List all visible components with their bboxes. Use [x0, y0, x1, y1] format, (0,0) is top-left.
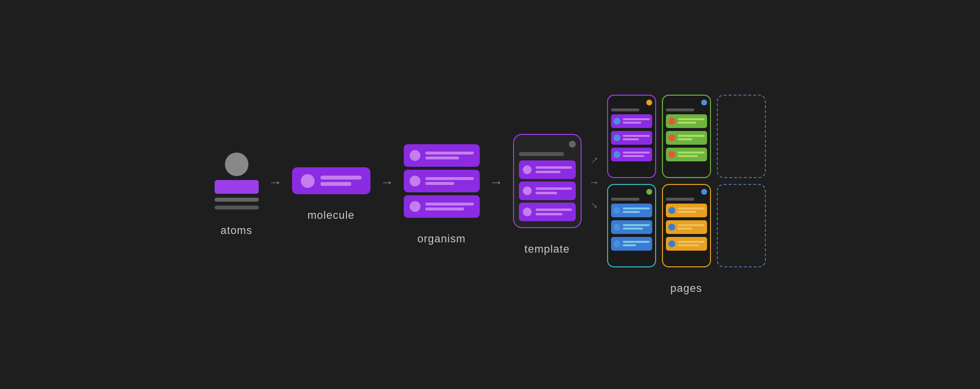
tmpl-row-1	[519, 160, 576, 179]
pages-label: pages	[670, 282, 702, 295]
page-4-top-bar	[611, 189, 652, 195]
page-1-row-1	[611, 114, 652, 128]
page-2-line-2a	[678, 135, 705, 137]
page-5-top-bar	[666, 189, 707, 195]
page-1-line-3b	[623, 155, 644, 157]
tmpl-row-3	[519, 203, 576, 221]
page-5-line-3a	[678, 241, 705, 243]
org-circle-1	[410, 150, 420, 161]
page-2-row-1	[666, 114, 707, 128]
atoms-label: atoms	[220, 224, 252, 237]
page-5-line-2b	[678, 228, 692, 230]
org-row-2	[404, 170, 480, 192]
tmpl-header-line	[519, 152, 564, 156]
page-4-avatar-2	[613, 224, 620, 231]
atoms-visual	[215, 153, 259, 209]
page-4-line-3a	[623, 241, 650, 243]
page-4-line-1b	[623, 211, 640, 213]
tmpl-top-bar	[519, 141, 576, 148]
page-2-line-2b	[678, 138, 692, 140]
tmpl-row-2	[519, 182, 576, 200]
tmpl-dot	[569, 141, 576, 148]
page-4-row-3	[611, 237, 652, 251]
page-1-row-3	[611, 148, 652, 161]
org-lines-3	[425, 203, 474, 210]
page-2-lines-1	[678, 118, 705, 124]
page-1-avatar-2	[613, 134, 620, 141]
page-4-row-2	[611, 220, 652, 234]
page-4-avatar-1	[613, 207, 620, 214]
stage-atoms: atoms	[215, 153, 259, 237]
page-2-line-1b	[678, 122, 697, 124]
arrow-mid-icon: →	[589, 176, 600, 189]
page-5-avatar-3	[668, 240, 675, 247]
page-4-header	[611, 198, 640, 201]
page-4-lines-1	[623, 207, 650, 213]
page-1-header	[611, 108, 640, 111]
page-2-header	[666, 108, 695, 111]
atom-line2	[215, 206, 259, 209]
page-5-line-2a	[678, 224, 705, 226]
page-4-avatar-3	[613, 240, 620, 247]
tmpl-lines-3	[536, 208, 572, 215]
page-1-top-bar	[611, 100, 652, 105]
org-line-2b	[425, 182, 454, 185]
page-5-lines-1	[678, 207, 705, 213]
page-2-dot	[701, 100, 707, 105]
tmpl-circle-3	[523, 207, 532, 216]
page-2-line-3a	[678, 152, 705, 154]
arrow-1: →	[269, 176, 282, 214]
page-3	[717, 95, 766, 178]
page-5-line-1a	[678, 207, 705, 209]
arrow-icon-1: →	[269, 176, 282, 189]
split-arrow: → → →	[589, 154, 600, 236]
page-1-line-2b	[623, 138, 639, 140]
stage-molecule: molecule	[292, 167, 370, 222]
page-4-line-2a	[623, 224, 650, 226]
org-row-3	[404, 195, 480, 218]
page-5-line-1b	[678, 211, 697, 213]
page-5-lines-3	[678, 241, 705, 246]
page-2-avatar-1	[668, 118, 675, 125]
atom-rect	[215, 180, 259, 194]
tmpl-lines-1	[536, 166, 572, 173]
stage-pages: pages	[607, 95, 766, 295]
tmpl-line-1b	[536, 171, 561, 173]
page-6	[717, 184, 766, 267]
org-line-2a	[425, 177, 474, 180]
page-4-dot	[646, 189, 652, 195]
page-5-avatar-1	[668, 207, 675, 214]
page-1-lines-1	[623, 118, 650, 124]
mol-circle	[301, 174, 315, 188]
page-1-row-2	[611, 131, 652, 145]
page-2-lines-2	[678, 135, 705, 140]
page-2-row-2	[666, 131, 707, 145]
page-2-row-3	[666, 148, 707, 161]
pages-grid	[607, 95, 766, 267]
stage-organism: organism	[404, 144, 480, 245]
page-4-line-3b	[623, 244, 637, 246]
page-1-line-1b	[623, 122, 642, 124]
molecule-figure	[292, 167, 370, 194]
page-2-avatar-3	[668, 151, 675, 158]
page-5-line-3b	[678, 244, 699, 246]
page-4-line-1a	[623, 207, 650, 209]
tmpl-line-3a	[536, 208, 572, 211]
page-2-avatar-2	[668, 134, 675, 141]
atom-line1	[215, 198, 259, 202]
page-5-row-2	[666, 220, 707, 234]
org-lines-1	[425, 152, 474, 159]
page-4-lines-2	[623, 224, 650, 230]
page-4-lines-3	[623, 241, 650, 246]
org-line-1b	[425, 156, 459, 159]
org-circle-2	[410, 176, 420, 186]
page-5-row-1	[666, 204, 707, 217]
template-label: template	[524, 243, 569, 256]
org-circle-3	[410, 201, 420, 212]
template-visual	[513, 134, 582, 228]
page-1-avatar-1	[613, 118, 620, 125]
page-2-top-bar	[666, 100, 707, 105]
mol-line-1	[320, 176, 362, 180]
mol-line-2	[320, 182, 351, 186]
main-container: atoms → molecule →	[0, 0, 980, 389]
